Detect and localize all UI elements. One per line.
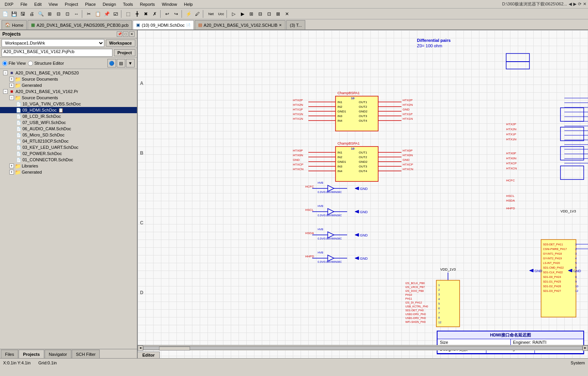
canvas-area[interactable]: A B C D Differential pairs Z0= 100 ohm C… [138, 30, 588, 358]
tree-f1[interactable]: 📄 10_VGA_TVIN_CVBS.SchDoc [0, 101, 137, 107]
bus-btn[interactable]: 🖊 [193, 10, 202, 18]
svg-text:HTX1P: HTX1P [403, 112, 413, 116]
tree-gen1[interactable]: + 📁 Generated [0, 82, 137, 88]
comp3-btn[interactable]: ⊞ [247, 10, 256, 18]
menu-project[interactable]: Project [62, 1, 81, 7]
select2-btn[interactable]: ╋ [133, 10, 141, 18]
editor-tab[interactable]: Editor [138, 352, 160, 358]
delete2-btn[interactable]: ✗ [150, 10, 159, 18]
tab-navigator[interactable]: Navigator [45, 350, 71, 358]
view-icon-2[interactable]: ▤ [117, 59, 125, 67]
scroll-track[interactable] [143, 346, 583, 350]
rubber-stamp-btn[interactable]: 🖃 [111, 10, 120, 18]
panel-float-btn[interactable]: □ [123, 31, 128, 37]
lib2-expand[interactable]: + [9, 164, 14, 168]
menu-view[interactable]: View [45, 1, 61, 7]
comp4-btn[interactable]: ⊟ [256, 10, 265, 18]
save-all-btn[interactable]: 🖫 [19, 10, 27, 18]
tree-f8[interactable]: 📄 03_KEY_LED_UART.SchDoc [0, 144, 137, 150]
panel-pin-btn[interactable]: 📌 [117, 31, 122, 37]
tree-f2[interactable]: 📄 09_HDMI.SchDoc 📋 [0, 107, 137, 113]
file-view-radio[interactable]: File View [2, 61, 26, 66]
wire-btn[interactable]: ⚡ [184, 10, 193, 18]
scroll-thumb[interactable] [159, 347, 190, 350]
zoom4-btn[interactable]: ⊡ [63, 10, 72, 18]
menu-design[interactable]: Design [100, 1, 119, 7]
gen1-expand[interactable]: + [9, 83, 14, 88]
src1-expand[interactable]: + [9, 77, 14, 81]
tree-proj2[interactable]: − ■ A20_DVK1_BASE_V16_V162.Pr [0, 88, 137, 95]
structure-editor-radio[interactable]: Structure Editor [28, 61, 64, 66]
select-btn[interactable]: ⬚ [124, 10, 132, 18]
proj2-expand[interactable]: − [3, 89, 8, 94]
tree-f5[interactable]: 📄 06_AUDIO_CAM.SchDoc [0, 126, 137, 132]
tree-src1[interactable]: + 📁 Source Documents [0, 76, 137, 82]
new-btn[interactable]: 📄 [1, 10, 9, 18]
scroll-right-btn[interactable]: ► [583, 345, 588, 351]
tree-f3[interactable]: 📄 08_LCD_IR.SchDoc [0, 113, 137, 119]
proj1-expand[interactable]: − [3, 71, 8, 75]
tree-f6[interactable]: 📄 05_Micro_SD.SchDoc [0, 132, 137, 138]
menu-edit[interactable]: Edit [31, 1, 45, 7]
workspace-dropdown[interactable]: Workspace1.DsnWrk [2, 39, 104, 47]
menu-window[interactable]: Window [159, 1, 180, 7]
menu-help[interactable]: Help [181, 1, 196, 7]
h-scrollbar[interactable]: ◄ ► [138, 345, 588, 350]
tab-sch-filter[interactable]: SCH Filter [72, 350, 100, 358]
tree-proj1[interactable]: − ■ A20_DVK1_BASE_V16_PADS20 [0, 70, 137, 76]
net-btn[interactable]: Net [206, 10, 216, 18]
view-icon-1[interactable]: 🔵 [107, 59, 116, 67]
tree-f10[interactable]: 📄 01_CONNECTOR.SchDoc [0, 157, 137, 163]
tree-gen2[interactable]: + 📁 Generated [0, 169, 137, 175]
paste-btn[interactable]: 📌 [102, 10, 111, 18]
gen2-expand[interactable]: + [9, 170, 14, 174]
zoom5-btn[interactable]: ↔ [72, 10, 81, 18]
workspace-button[interactable]: Workspace [106, 40, 136, 47]
tree-f9[interactable]: 📄 02_POWER.SchDoc [0, 150, 137, 157]
undo-btn[interactable]: ↩ [163, 10, 171, 18]
zoom3-btn[interactable]: ⊟ [54, 10, 63, 18]
tab-home[interactable]: 🏠 Home [2, 20, 27, 29]
lib-icon: ▤ [198, 22, 202, 28]
zoom2-btn[interactable]: ⊞ [45, 10, 54, 18]
delete-btn[interactable]: ✖ [142, 10, 150, 18]
comp-btn[interactable]: ▷ [229, 10, 238, 18]
power-btn[interactable]: Ucc [217, 10, 225, 18]
panel-close-btn[interactable]: ✕ [129, 31, 135, 37]
back-btn[interactable]: ◀ [569, 2, 572, 7]
menu-dxp[interactable]: DXP [2, 1, 17, 7]
menu-file[interactable]: File [17, 1, 31, 7]
svg-marker-120 [355, 187, 359, 190]
menu-place[interactable]: Place [82, 1, 99, 7]
comp7-btn[interactable]: ✕ [283, 10, 291, 18]
print-btn[interactable]: 🖨 [28, 10, 36, 18]
refresh-btn[interactable]: ⟳ [578, 2, 581, 7]
save-btn[interactable]: 💾 [10, 10, 18, 18]
tree-f7[interactable]: 📄 04_RTL8210CP.SchDoc [0, 138, 137, 144]
comp5-btn[interactable]: ⊡ [265, 10, 273, 18]
cut-btn[interactable]: ✂ [85, 10, 93, 18]
scroll-left-btn[interactable]: ◄ [138, 345, 143, 351]
tab-pcb[interactable]: ▦ A20_DVK1_BASE_V16_PADS2005_PCB30.pcb [28, 20, 132, 29]
comp6-btn[interactable]: ⊠ [274, 10, 282, 18]
tree-lib2[interactable]: + 📁 Libraries [0, 163, 137, 169]
redo-btn[interactable]: ↪ [172, 10, 180, 18]
forward-btn[interactable]: ▶ [573, 2, 576, 7]
tab-schlib[interactable]: ▤ A20_DVK1_BASE_V16_V162.SCHLIB ✕ [195, 20, 285, 29]
tree-src2[interactable]: − 📁 Source Documents [0, 95, 137, 101]
tab-hdmi[interactable]: ▣ (10) 09_HDMI.SchDoc 📄 [133, 20, 194, 29]
tree-f4[interactable]: 📄 07_USB_WIFI.SchDoc [0, 119, 137, 126]
tab-projects[interactable]: Projects [19, 350, 44, 358]
view-icon-dropdown[interactable]: ▼ [126, 59, 135, 67]
copy-btn[interactable]: 📋 [93, 10, 102, 18]
project-button[interactable]: Project [114, 49, 135, 56]
comp2-btn[interactable]: ▶ [238, 10, 247, 18]
tab-files[interactable]: Files [1, 350, 18, 358]
zoom-btn[interactable]: 🔍 [36, 10, 45, 18]
svg-text:4: 4 [438, 298, 440, 300]
tab-t3[interactable]: (3) T... [286, 20, 305, 29]
menu-tools[interactable]: Tools [120, 1, 136, 7]
menu-reports[interactable]: Reports [137, 1, 158, 7]
close-btn[interactable]: ✕ [583, 2, 586, 7]
src2-expand[interactable]: − [9, 95, 14, 100]
